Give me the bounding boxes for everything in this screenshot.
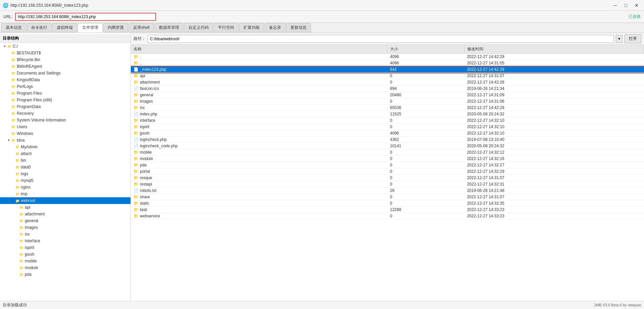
table-row[interactable]: 📁api 0 2022-12-27 14:31:07 [131, 73, 644, 79]
tree-item-web-api[interactable]: 📁 api [0, 204, 130, 211]
cell-name: 📁resque [131, 175, 387, 181]
tree-item-web-inc[interactable]: 📁 inc [0, 231, 130, 238]
table-row[interactable]: 📄robots.txt 26 2019-06-26 14:21:48 [131, 188, 644, 194]
tab-filemgr[interactable]: 文件管理 [78, 23, 103, 32]
tree-item-myadmin[interactable]: 📁 MyAdmin [0, 144, 130, 150]
table-row[interactable]: 📁static 0 2022-12-27 14:32:35 [131, 200, 644, 207]
expand-icon [7, 51, 11, 55]
tab-revshell[interactable]: 反弹shell [129, 23, 154, 32]
tree-item-tdoa[interactable]: ▼ 📁 tdoa [0, 137, 130, 144]
table-row[interactable]: 📁restapi 0 2022-12-27 14:32:31 [131, 181, 644, 188]
tree-item-web-mobile[interactable]: 📁 mobile [0, 258, 130, 264]
tree-item-web-attachment[interactable]: 📁 attachment [0, 211, 130, 217]
path-dropdown[interactable]: ▼ [616, 35, 623, 43]
tree-item-kingsoftdata[interactable]: 📁 KingsoftData [0, 76, 130, 83]
table-row[interactable]: 📁interface 0 2022-12-27 14:32:10 [131, 117, 644, 124]
tree-item-sestaudits[interactable]: 📁 $ESTAUDIT$ [0, 50, 130, 56]
folder-icon: 📁 [19, 272, 24, 277]
tree-item-mysql5[interactable]: 📁 mysql5 [0, 177, 130, 184]
tree-item-web-images[interactable]: 📁 images [0, 224, 130, 231]
tree-label: $Recycle.Bin [17, 57, 40, 62]
tab-extend[interactable]: 扩展功能 [239, 23, 264, 32]
tab-cmd[interactable]: 命令执行 [27, 23, 52, 32]
folder-icon: 📁 [19, 205, 24, 210]
table-row[interactable]: 📁task 12288 2022-12-27 14:33:23 [131, 207, 644, 213]
tree-item-users[interactable]: 📁 Users [0, 123, 130, 130]
tab-notes[interactable]: 备忘录 [265, 23, 285, 32]
tree-item-perflogs[interactable]: 📁 PerfLogs [0, 83, 130, 90]
table-row[interactable]: 📄logincheck_code.php 10141 2020-05-08 20… [131, 143, 644, 149]
tree-item-web-jpush[interactable]: 📁 jpush [0, 251, 130, 258]
open-button[interactable]: 打开 [625, 34, 641, 43]
tree-item-programfilesx86[interactable]: 📁 Program Files (x86) [0, 97, 130, 103]
tab-update[interactable]: 更新信息 [286, 23, 311, 32]
file-table: 名称 大小 修改时间 📁. 4096 2022-12-27 14:42:28 📁… [131, 45, 644, 301]
tree-item-web-ispirit[interactable]: 📁 ispirit [0, 244, 130, 251]
cell-modified: 2022-12-27 14:33:23 [464, 213, 644, 219]
folder-icon: 📁 [11, 117, 16, 123]
table-row[interactable]: 📁webservice 0 2022-12-27 14:33:23 [131, 213, 644, 219]
col-modified[interactable]: 修改时间 [464, 45, 644, 54]
table-row[interactable]: 📁general 20480 2022-12-27 14:31:09 [131, 92, 644, 98]
table-row[interactable]: 📁jpush 4096 2022-12-27 14:32:10 [131, 130, 644, 137]
table-row[interactable]: 📁ispirit 0 2022-12-27 14:32:10 [131, 124, 644, 130]
tab-basic[interactable]: 基本信息 [1, 23, 26, 32]
table-row[interactable]: 📁resque 0 2022-12-27 14:31:07 [131, 175, 644, 181]
table-row[interactable]: 📄index.php 11525 2020-05-08 20:24:32 [131, 111, 644, 117]
table-row[interactable]: 📁images 0 2022-12-27 14:31:06 [131, 98, 644, 105]
status-left: 目录加载成功 [3, 302, 27, 308]
tree-item-bin[interactable]: 📁 bin [0, 157, 130, 164]
table-row[interactable]: 📁share 0 2022-12-27 14:31:07 [131, 194, 644, 200]
col-name[interactable]: 名称 [131, 45, 387, 54]
tree-item-programfiles[interactable]: 📁 Program Files [0, 90, 130, 97]
table-row[interactable]: 📄_index123.php 642 2022-12-27 14:42:28 [131, 66, 644, 73]
table-row[interactable]: 📁inc 65536 2022-12-27 14:42:28 [131, 105, 644, 111]
table-row[interactable]: 📁. 4096 2022-12-27 14:42:28 [131, 54, 644, 60]
cell-name: 📁. [131, 54, 387, 60]
tree-item-recovery[interactable]: 📁 Recovery [0, 110, 130, 117]
tree-item-programdata[interactable]: 📁 ProgramData [0, 103, 130, 110]
tree-item-tmp[interactable]: 📁 tmp [0, 191, 130, 197]
tree-item-web-pda[interactable]: 📁 pda [0, 271, 130, 278]
cell-modified: 2022-12-27 14:32:10 [464, 117, 644, 124]
tab-database[interactable]: 数据库管理 [155, 23, 183, 32]
tab-customcode[interactable]: 自定义代码 [184, 23, 213, 32]
tree-label: $ESTAUDIT$ [17, 51, 41, 55]
expand-icon [7, 111, 11, 115]
tree-item-nginx[interactable]: 📁 nginx [0, 184, 130, 191]
tree-item-data5[interactable]: 📁 data5 [0, 164, 130, 170]
tree-item-web-module[interactable]: 📁 module [0, 264, 130, 271]
tree-item-web-interface[interactable]: 📁 interface [0, 238, 130, 244]
tree-item-docsettings[interactable]: 📁 Documents and Settings [0, 70, 130, 76]
close-button[interactable]: ✕ [632, 1, 641, 10]
table-row[interactable]: 📁.. 4096 2022-12-27 14:31:05 [131, 60, 644, 66]
url-input[interactable] [15, 13, 156, 21]
tree-item-attach[interactable]: 📁 attach [0, 150, 130, 157]
col-size[interactable]: 大小 [387, 45, 464, 54]
expand-icon [11, 158, 15, 162]
table-row[interactable]: 📁module 0 2022-12-27 14:32:16 [131, 156, 644, 162]
tree-item-winreagent[interactable]: 📁 $WinREAgent [0, 63, 130, 70]
tab-vterm[interactable]: 虚拟终端 [52, 23, 77, 32]
tab-parallel[interactable]: 平行空间 [214, 23, 238, 32]
tab-intranet[interactable]: 内网穿透 [103, 23, 128, 32]
tree-item-web-general[interactable]: 📁 general [0, 217, 130, 224]
table-row[interactable]: 📁mobile 0 2022-12-27 14:32:12 [131, 149, 644, 156]
tree-item-recycle[interactable]: 📁 $Recycle.Bin [0, 56, 130, 63]
maximize-button[interactable]: □ [621, 1, 631, 10]
tree-item-logs[interactable]: 📁 logs [0, 170, 130, 177]
cell-modified: 2022-12-27 14:31:07 [464, 194, 644, 200]
table-row[interactable]: 📄logincheck.php 4362 2019-07-08 13:10:40 [131, 137, 644, 143]
tree-item-webroot[interactable]: ▼ 📁 webroot [0, 197, 130, 204]
table-row[interactable]: 📄favicon.ico 894 2019-06-26 14:21:34 [131, 86, 644, 92]
expand-icon [15, 205, 19, 209]
table-row[interactable]: 📁attachment 0 2022-12-27 14:42:28 [131, 79, 644, 86]
tree-item-systemvolume[interactable]: 📁 System Volume Information [0, 117, 130, 123]
table-row[interactable]: 📁portal 0 2022-12-27 14:32:29 [131, 168, 644, 175]
tree-item-c-drive[interactable]: ▼ 📁 C:/ [0, 43, 130, 50]
tree-item-windows[interactable]: 📁 Windows [0, 130, 130, 137]
cell-name: 📁images [131, 98, 387, 105]
path-input[interactable] [148, 35, 614, 43]
table-row[interactable]: 📁pda 0 2022-12-27 14:32:27 [131, 162, 644, 168]
minimize-button[interactable]: ─ [610, 1, 620, 10]
